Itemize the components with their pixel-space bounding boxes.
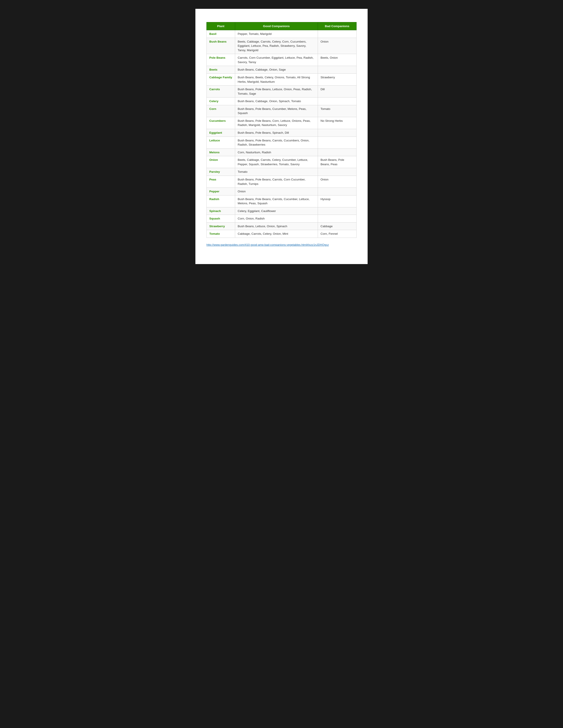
header-bad-companions: Bad Companions [318, 22, 356, 30]
table-row: EggplantBush Beans, Pole Beans, Spinach,… [207, 129, 357, 137]
good-companions-cell: Bush Beans, Cabbage, Onion, Spinach, Tom… [235, 98, 318, 105]
source-link[interactable]: http://www.gardenguides.com/410-good-amp… [206, 243, 357, 246]
plant-name: Pepper [207, 188, 235, 195]
page: Plant Good Companions Bad Companions Bas… [195, 9, 368, 264]
bad-companions-cell [318, 129, 356, 137]
good-companions-cell: Bush Beans, Pole Beans, Carrots, Cucumbe… [235, 137, 318, 148]
companion-planting-table: Plant Good Companions Bad Companions Bas… [206, 22, 357, 238]
bad-companions-cell [318, 207, 356, 215]
table-row: LettuceBush Beans, Pole Beans, Carrots, … [207, 137, 357, 148]
bad-companions-cell: Cabbage [318, 222, 356, 230]
good-companions-cell: Bush Beans, Pole Beans, Spinach, Dill [235, 129, 318, 137]
header-good-companions: Good Companions [235, 22, 318, 30]
good-companions-cell: Bush Beans, Pole Beans, Cucumber, Melons… [235, 105, 318, 117]
plant-name: Corn [207, 105, 235, 117]
good-companions-cell: Bush Beans, Pole Beans, Carrots, Corn Cu… [235, 176, 318, 188]
table-row: OnionBeets, Cabbage, Carrots, Celery, Cu… [207, 156, 357, 168]
table-row: RadishBush Beans, Pole Beans, Carrots, C… [207, 195, 357, 207]
table-row: SquashCorn, Onion, Radish [207, 215, 357, 223]
plant-name: Radish [207, 195, 235, 207]
table-row: Bush BeansBeets, Cabbage, Carrots, Celer… [207, 38, 357, 54]
good-companions-cell: Bush Beans, Pole Beans, Lettuce, Onion, … [235, 86, 318, 98]
bad-companions-cell [318, 30, 356, 38]
table-row: PepperOnion [207, 188, 357, 195]
table-row: TomatoCabbage, Carrots, Celery, Onion, M… [207, 230, 357, 238]
bad-companions-cell: No Strong Herbs [318, 117, 356, 129]
plant-name: Strawberry [207, 222, 235, 230]
bad-companions-cell [318, 188, 356, 195]
good-companions-cell: Bush Beans, Pole Beans, Carrots, Cucumbe… [235, 195, 318, 207]
table-row: CucumbersBush Beans, Pole Beans, Corn, L… [207, 117, 357, 129]
bad-companions-cell: Onion [318, 38, 356, 54]
plant-name: Tomato [207, 230, 235, 238]
bad-companions-cell: Dill [318, 86, 356, 98]
bad-companions-cell: Corn, Fennel [318, 230, 356, 238]
plant-name: Celery [207, 98, 235, 105]
header-plant: Plant [207, 22, 235, 30]
good-companions-cell: Bush Beans, Lettuce, Onion, Spinach [235, 222, 318, 230]
table-row: PeasBush Beans, Pole Beans, Carrots, Cor… [207, 176, 357, 188]
plant-name: Onion [207, 156, 235, 168]
bad-companions-cell [318, 215, 356, 223]
plant-name: Melons [207, 148, 235, 156]
bad-companions-cell [318, 168, 356, 176]
bad-companions-cell [318, 148, 356, 156]
plant-name: Bush Beans [207, 38, 235, 54]
table-row: CornBush Beans, Pole Beans, Cucumber, Me… [207, 105, 357, 117]
bad-companions-cell: Onion [318, 176, 356, 188]
table-row: BeetsBush Beans, Cabbage, Onion, Sage [207, 66, 357, 74]
bad-companions-cell: Beets, Onion [318, 54, 356, 66]
plant-name: Eggplant [207, 129, 235, 137]
table-row: BasilPepper, Tomato, Marigold [207, 30, 357, 38]
table-row: Pole BeansCarrots, Corn Cucumber, Eggpla… [207, 54, 357, 66]
table-row: ParsleyTomato [207, 168, 357, 176]
bad-companions-cell: Hyssop [318, 195, 356, 207]
plant-name: Carrots [207, 86, 235, 98]
good-companions-cell: Beets, Cabbage, Carrots, Celery, Cucumbe… [235, 156, 318, 168]
plant-name: Peas [207, 176, 235, 188]
good-companions-cell: Celery, Eggplant, Cauliflower [235, 207, 318, 215]
bad-companions-cell: Tomato [318, 105, 356, 117]
table-row: CarrotsBush Beans, Pole Beans, Lettuce, … [207, 86, 357, 98]
good-companions-cell: Tomato [235, 168, 318, 176]
bad-companions-cell: Bush Beans, Pole Beans, Peas [318, 156, 356, 168]
bad-companions-cell [318, 66, 356, 74]
good-companions-cell: Corn, Onion, Radish [235, 215, 318, 223]
plant-name: Beets [207, 66, 235, 74]
plant-name: Spinach [207, 207, 235, 215]
good-companions-cell: Bush Beans, Cabbage, Onion, Sage [235, 66, 318, 74]
bad-companions-cell [318, 137, 356, 148]
table-row: MelonsCorn, Nasturtium, Radish [207, 148, 357, 156]
good-companions-cell: Beets, Cabbage, Carrots, Celery, Corn, C… [235, 38, 318, 54]
good-companions-cell: Pepper, Tomato, Marigold [235, 30, 318, 38]
table-row: CeleryBush Beans, Cabbage, Onion, Spinac… [207, 98, 357, 105]
good-companions-cell: Carrots, Corn Cucumber, Eggplant, Lettuc… [235, 54, 318, 66]
bad-companions-cell [318, 98, 356, 105]
plant-name: Basil [207, 30, 235, 38]
good-companions-cell: Cabbage, Carrots, Celery, Onion, Mint [235, 230, 318, 238]
plant-name: Squash [207, 215, 235, 223]
plant-name: Lettuce [207, 137, 235, 148]
good-companions-cell: Bush Beans, Pole Beans, Corn, Lettuce, O… [235, 117, 318, 129]
good-companions-cell: Bush Beans, Beets, Celery, Onions, Tomat… [235, 73, 318, 85]
table-row: StrawberryBush Beans, Lettuce, Onion, Sp… [207, 222, 357, 230]
good-companions-cell: Onion [235, 188, 318, 195]
bad-companions-cell: Strawberry [318, 73, 356, 85]
table-row: SpinachCelery, Eggplant, Cauliflower [207, 207, 357, 215]
plant-name: Cucumbers [207, 117, 235, 129]
table-row: Cabbage FamilyBush Beans, Beets, Celery,… [207, 73, 357, 85]
plant-name: Cabbage Family [207, 73, 235, 85]
good-companions-cell: Corn, Nasturtium, Radish [235, 148, 318, 156]
plant-name: Parsley [207, 168, 235, 176]
plant-name: Pole Beans [207, 54, 235, 66]
